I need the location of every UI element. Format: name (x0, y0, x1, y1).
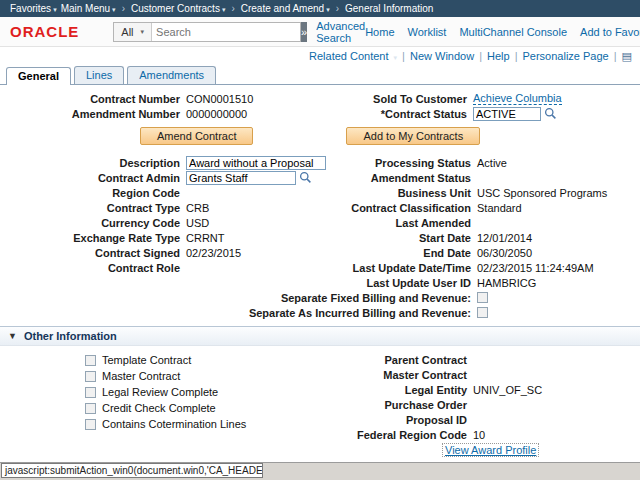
field-value: 06/30/2050 (477, 247, 532, 259)
search-go-button[interactable]: » (301, 22, 307, 42)
contains-cotermination-lines-row: Contains Cotermination Lines (85, 416, 322, 432)
multichannel-console-link[interactable]: MultiChannel Console (459, 26, 567, 38)
amend-contract-button[interactable]: Amend Contract (140, 127, 253, 145)
detail-fields: Description Contract Admin Region Code C… (0, 155, 640, 320)
field-value: UNIV_OF_SC (473, 384, 542, 396)
field-value: 02/23/2015 (186, 247, 241, 259)
field-value: 12/01/2014 (477, 232, 532, 244)
field-value: CRRNT (186, 232, 225, 244)
sold-to-customer-link[interactable]: Achieve Columbia (473, 92, 562, 105)
proposal-id-row: Proposal ID (322, 412, 640, 427)
new-window-link[interactable]: New Window (410, 50, 474, 62)
template-contract-checkbox[interactable] (85, 355, 96, 366)
processing-status-row: Processing Status Active (326, 155, 640, 170)
breadcrumb-general-information[interactable]: General Information (345, 3, 433, 14)
field-label: Last Amended (326, 217, 471, 229)
other-information-header[interactable]: ▼ Other Information (0, 326, 640, 346)
contract-admin-input[interactable] (186, 171, 296, 185)
tab-lines[interactable]: Lines (74, 66, 124, 84)
separate-fixed-billing-row: Separate Fixed Billing and Revenue: (326, 290, 640, 305)
breadcrumb-favorites[interactable]: Favorites▾ (10, 3, 57, 14)
personalize-page-link[interactable]: Personalize Page (523, 50, 609, 62)
legal-review-complete-checkbox[interactable] (85, 387, 96, 398)
lookup-icon[interactable] (544, 107, 557, 120)
checkbox-label: Master Contract (102, 370, 180, 382)
page-bar: Related Content ▾ | New Window | Help | … (0, 47, 640, 63)
right-field-column: Processing Status Active Amendment Statu… (326, 155, 640, 320)
amendment-status-row: Amendment Status (326, 170, 640, 185)
breadcrumb-customer-contracts[interactable]: Customer Contracts▾ (131, 3, 225, 14)
start-date-row: Start Date 12/01/2014 (326, 230, 640, 245)
collapse-triangle-icon: ▼ (8, 331, 17, 341)
contract-type-row: Contract Type CRB (28, 200, 326, 215)
contract-classification-row: Contract Classification Standard (326, 200, 640, 215)
contains-cotermination-lines-checkbox[interactable] (85, 419, 96, 430)
breadcrumb-create-and-amend[interactable]: Create and Amend▾ (241, 3, 330, 14)
tab-general[interactable]: General (6, 67, 71, 85)
chevron-down-icon: ▾ (394, 54, 398, 61)
utility-bar: ORACLE All▾ » Advanced Search Home Workl… (0, 17, 640, 47)
contract-number-value: CON0001510 (186, 93, 253, 105)
status-tooltip: javascript:submitAction_win0(document.wi… (1, 463, 263, 478)
credit-check-complete-checkbox[interactable] (85, 403, 96, 414)
help-link[interactable]: Help (487, 50, 510, 62)
field-label: Currency Code (28, 217, 180, 229)
field-label: Contract Classification (326, 202, 471, 214)
divider: | (614, 50, 617, 62)
master-contract-checkbox[interactable] (85, 371, 96, 382)
field-label: Master Contract (322, 369, 467, 381)
legal-entity-row: Legal Entity UNIV_OF_SC (322, 382, 640, 397)
utility-links: Home Worklist MultiChannel Console Add t… (365, 20, 640, 44)
search-input[interactable] (152, 23, 300, 40)
chevron-down-icon: ▾ (222, 6, 226, 13)
field-label: Contract Type (28, 202, 180, 214)
sold-to-customer-label: Sold To Customer (322, 93, 467, 105)
chevron-down-icon: ▾ (112, 6, 116, 13)
advanced-search-link[interactable]: Advanced Search (316, 20, 365, 44)
description-input[interactable] (186, 156, 326, 170)
contract-number-label: Contract Number (28, 93, 180, 105)
add-to-favorites-link[interactable]: Add to Favorites (580, 26, 640, 38)
field-label: Amendment Status (326, 172, 471, 184)
other-information-content: Template Contract Master Contract Legal … (0, 346, 640, 467)
field-label: Parent Contract (322, 354, 467, 366)
exchange-rate-type-row: Exchange Rate Type CRRNT (28, 230, 326, 245)
breadcrumb-main-menu[interactable]: Main Menu▾ (61, 3, 116, 14)
divider: | (402, 50, 405, 62)
field-label: Business Unit (326, 187, 471, 199)
lookup-icon[interactable] (299, 171, 312, 184)
home-link[interactable]: Home (365, 26, 394, 38)
field-value: 02/23/2015 11:24:49AM (477, 262, 594, 274)
template-contract-row: Template Contract (85, 352, 322, 368)
contract-status-input[interactable] (473, 107, 541, 121)
separate-fixed-billing-checkbox[interactable] (477, 292, 488, 303)
field-label: Legal Entity (322, 384, 467, 396)
end-date-row: End Date 06/30/2050 (326, 245, 640, 260)
last-update-user-row: Last Update User ID HAMBRICG (326, 275, 640, 290)
field-label: Proposal ID (322, 414, 467, 426)
purchase-order-row: Purchase Order (322, 397, 640, 412)
tab-amendments[interactable]: Amendments (127, 66, 216, 84)
field-label: Contract Role (28, 262, 180, 274)
checkbox-label: Template Contract (102, 354, 191, 366)
field-label: End Date (326, 247, 471, 259)
oracle-logo: ORACLE (10, 23, 79, 40)
amendment-number-label: Amendment Number (28, 108, 180, 120)
add-to-my-contracts-button[interactable]: Add to My Contracts (346, 127, 480, 145)
contract-status-row: *Contract Status (322, 106, 640, 121)
search-scope-dropdown[interactable]: All▾ (114, 23, 152, 41)
field-value: HAMBRICG (477, 277, 536, 289)
related-content-link[interactable]: Related Content ▾ (309, 50, 397, 62)
header-fields: Contract Number CON0001510 Amendment Num… (0, 91, 640, 121)
separate-as-incurred-billing-checkbox[interactable] (477, 307, 488, 318)
chevron-right-icon: › (231, 3, 234, 14)
field-label: Separate As Incurred Billing and Revenue… (239, 307, 471, 319)
worklist-link[interactable]: Worklist (408, 26, 447, 38)
view-award-profile-link[interactable]: View Award Profile (442, 443, 539, 457)
description-row: Description (28, 155, 326, 170)
copy-url-icon[interactable]: ▤ (622, 50, 632, 63)
view-award-profile-row: View Award Profile (322, 442, 640, 457)
field-label: Last Update Date/Time (326, 262, 471, 274)
field-value: 10 (473, 429, 485, 441)
field-label: Region Code (28, 187, 180, 199)
